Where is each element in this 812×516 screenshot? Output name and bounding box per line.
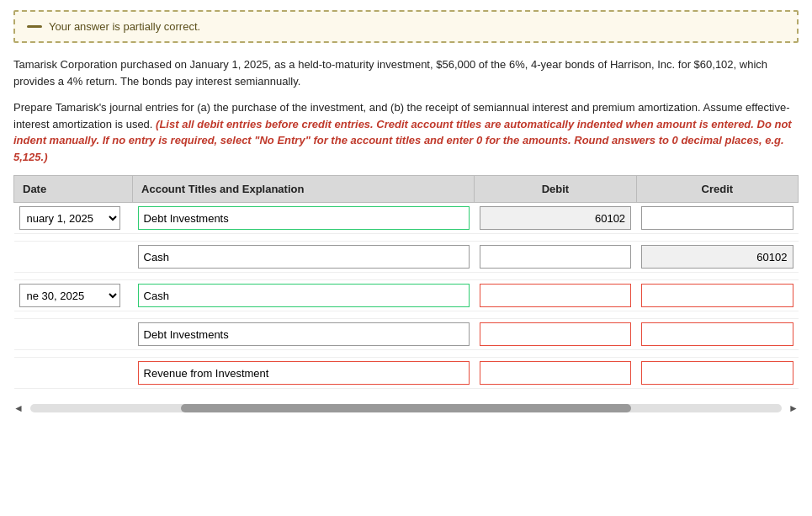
spacer-row-2 (14, 273, 799, 280)
description-paragraph1: Tamarisk Corporation purchased on Januar… (13, 56, 799, 89)
debit-input-3[interactable] (480, 284, 631, 307)
account-cell-3 (133, 280, 475, 311)
scroll-right-arrow[interactable]: ► (788, 402, 799, 414)
debit-cell-5 (475, 358, 636, 389)
spacer-row-3 (14, 311, 799, 319)
account-input-5[interactable] (138, 361, 470, 385)
date-cell-1[interactable]: nuary 1, 2025 (14, 203, 133, 234)
journal-table: Date Account Titles and Explanation Debi… (13, 175, 799, 389)
debit-input-2[interactable] (480, 245, 631, 269)
header-credit: Credit (636, 176, 798, 203)
credit-cell-2 (636, 242, 798, 273)
credit-cell-1 (636, 203, 798, 234)
scrollbar: ◄ ► (13, 402, 799, 414)
account-cell-1 (133, 203, 475, 234)
banner-text: Your answer is partially correct. (49, 20, 200, 33)
date-cell-2 (14, 242, 133, 273)
account-cell-2 (133, 242, 475, 273)
credit-input-1[interactable] (641, 206, 793, 230)
account-input-4[interactable] (138, 322, 470, 346)
credit-input-2[interactable] (641, 245, 793, 269)
debit-input-1[interactable] (480, 206, 631, 230)
spacer-row-4 (14, 350, 799, 358)
partial-correct-banner: Your answer is partially correct. (13, 10, 799, 43)
table-row: nuary 1, 2025 (14, 203, 799, 234)
scrollbar-track[interactable] (30, 404, 782, 412)
date-cell-3[interactable]: ne 30, 2025 (14, 280, 133, 311)
account-input-3[interactable] (138, 284, 470, 307)
credit-input-4[interactable] (641, 322, 793, 346)
table-header-row: Date Account Titles and Explanation Debi… (14, 176, 799, 203)
credit-cell-3 (636, 280, 798, 311)
account-input-2[interactable] (138, 245, 470, 269)
table-row (14, 242, 799, 273)
minus-icon (27, 25, 42, 28)
credit-input-5[interactable] (641, 361, 793, 385)
debit-cell-3 (475, 280, 636, 311)
description-paragraph2: Prepare Tamarisk's journal entries for (… (13, 99, 799, 165)
debit-input-4[interactable] (480, 322, 631, 346)
table-row (14, 358, 799, 389)
header-account: Account Titles and Explanation (133, 176, 475, 203)
scroll-left-arrow[interactable]: ◄ (13, 402, 24, 414)
date-select-1[interactable]: nuary 1, 2025 (19, 206, 120, 230)
debit-input-5[interactable] (480, 361, 631, 385)
debit-cell-4 (475, 319, 636, 350)
account-cell-4 (133, 319, 475, 350)
description-text1: Tamarisk Corporation purchased on Januar… (13, 58, 767, 88)
date-cell-5 (14, 358, 133, 389)
account-cell-5 (133, 358, 475, 389)
scrollbar-thumb[interactable] (181, 404, 632, 412)
date-cell-4 (14, 319, 133, 350)
header-debit: Debit (475, 176, 636, 203)
table-row (14, 319, 799, 350)
spacer-row-1 (14, 234, 799, 242)
credit-cell-4 (636, 319, 798, 350)
credit-input-3[interactable] (641, 284, 793, 307)
header-date: Date (14, 176, 133, 203)
table-row: ne 30, 2025 (14, 280, 799, 311)
credit-cell-5 (636, 358, 798, 389)
debit-cell-2 (475, 242, 636, 273)
debit-cell-1 (475, 203, 636, 234)
date-select-3[interactable]: ne 30, 2025 (19, 284, 120, 307)
account-input-1[interactable] (138, 206, 470, 230)
